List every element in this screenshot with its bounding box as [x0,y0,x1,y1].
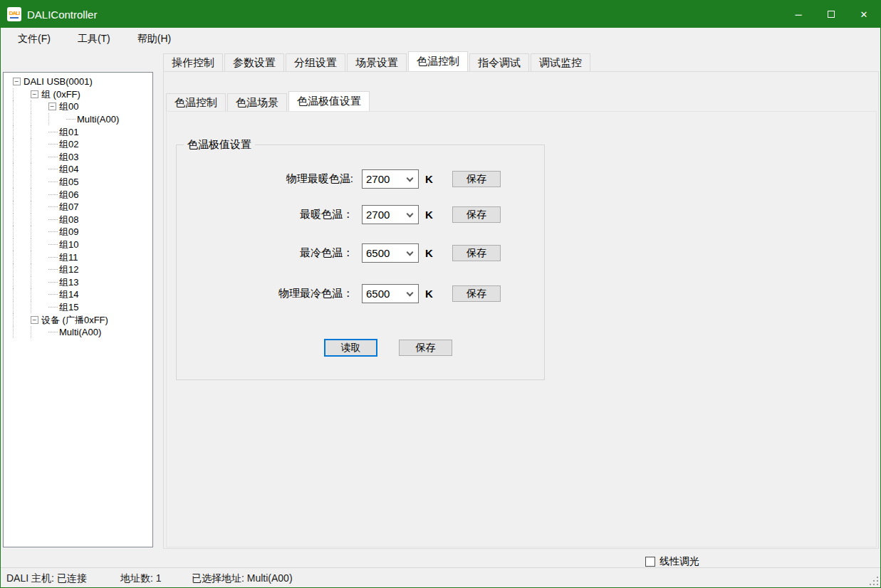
warmest-row: 最暖色温： 2700 K 保存 [177,205,544,224]
subtab-color-temp-scene[interactable]: 色温场景 [227,93,287,111]
tree-item-label: 组08 [59,214,78,226]
coolest-label: 最冷色温： [177,246,362,260]
tab-operation-control[interactable]: 操作控制 [163,53,223,71]
window-controls: ─ ✕ [782,1,880,28]
tree-item-group02[interactable]: 组02 [4,138,152,151]
physical-coolest-label: 物理最冷色温： [177,287,362,300]
tree-item-label: 组03 [59,151,78,163]
tree-item-dali-usb[interactable]: − DALI USB(0001) [4,75,152,88]
status-address-count: 地址数: 1 [120,572,162,585]
tree-item-label: 组00 [59,100,78,112]
unit-label: K [425,173,445,185]
tab-grouping-settings[interactable]: 分组设置 [286,53,345,71]
tree-item-group03[interactable]: 组03 [4,151,152,164]
save-physical-warmest-button[interactable]: 保存 [452,171,501,187]
subtab-color-temp-control[interactable]: 色温控制 [166,93,226,111]
combobox-value: 2700 [363,173,407,185]
maximize-button[interactable] [815,1,848,28]
tab-scene-settings[interactable]: 场景设置 [347,53,407,71]
unit-label: K [425,288,445,300]
tab-debug-monitor[interactable]: 调试监控 [531,53,590,71]
collapse-icon[interactable]: − [48,103,56,110]
tree-item-multi-a00[interactable]: Multi(A00) [4,113,152,126]
menu-tools[interactable]: 工具(T) [68,29,120,49]
app-window: DALI DALIController ─ ✕ 文件(F) 工具(T) 帮助(H… [0,0,881,588]
minimize-button[interactable]: ─ [782,1,815,28]
collapse-icon[interactable]: − [31,90,38,98]
tree-item-group09[interactable]: 组09 [4,226,152,238]
physical-warmest-row: 物理最暖色温: 2700 K 保存 [177,169,544,189]
tree-item-device-broadcast[interactable]: − 设备 (广播0xFF) [4,313,152,326]
chevron-down-icon[interactable] [407,210,414,217]
physical-coolest-row: 物理最冷色温： 6500 K 保存 [177,284,544,303]
save-coolest-button[interactable]: 保存 [452,245,501,261]
maximize-icon [828,11,835,18]
menu-help[interactable]: 帮助(H) [127,29,181,49]
tree-item-label: 组11 [59,251,78,263]
tree-item-group06[interactable]: 组06 [4,188,152,201]
close-button[interactable]: ✕ [848,1,880,28]
minimize-icon: ─ [795,9,801,20]
app-icon: DALI [7,7,21,21]
tree-item-group11[interactable]: 组11 [4,251,152,263]
close-icon: ✕ [860,9,868,20]
save-physical-coolest-button[interactable]: 保存 [452,285,501,302]
tree-item-group00[interactable]: − 组00 [4,100,152,113]
tree-item-group14[interactable]: 组14 [4,288,152,301]
menu-file[interactable]: 文件(F) [8,29,61,49]
tree-item-label: 设备 (广播0xFF) [41,314,108,326]
tree-item-label: 组01 [59,126,78,138]
tree-item-label: 组10 [59,238,78,251]
linear-dimming-checkbox[interactable] [645,557,655,567]
color-temp-limits-groupbox: 色温极值设置 物理最暖色温: 2700 K 保存 最暖色温： 2700 K 保存… [176,145,545,380]
physical-coolest-combobox[interactable]: 6500 [362,284,419,303]
tree-item-group07[interactable]: 组07 [4,201,152,214]
coolest-combobox[interactable]: 6500 [362,243,419,263]
tree-item-label: 组13 [59,276,78,288]
tree-item-group05[interactable]: 组05 [4,176,152,189]
tab-color-temp-control[interactable]: 色温控制 [408,51,468,71]
tree-item-label: 组06 [59,189,78,201]
main-tab-bar: 操作控制 参数设置 分组设置 场景设置 色温控制 指令调试 调试监控 [163,53,592,71]
warmest-combobox[interactable]: 2700 [362,205,419,224]
coolest-row: 最冷色温： 6500 K 保存 [177,243,544,263]
save-all-button[interactable]: 保存 [399,340,452,356]
tree-item-device-multi-a00[interactable]: Multi(A00) [4,326,152,339]
collapse-icon[interactable]: − [31,316,38,324]
linear-dimming-label: 线性调光 [660,555,699,568]
tree-item-group-root[interactable]: − 组 (0xFF) [4,88,152,101]
tab-command-debug[interactable]: 指令调试 [469,53,529,71]
tree-item-group13[interactable]: 组13 [4,276,152,289]
chevron-down-icon[interactable] [407,174,414,182]
tree-item-label: 组14 [59,288,78,300]
tree-item-label: 组02 [59,138,78,150]
linear-dimming-option: 线性调光 [645,555,699,568]
tree-item-group01[interactable]: 组01 [4,125,152,138]
tab-parameter-settings[interactable]: 参数设置 [224,53,284,71]
physical-warmest-combobox[interactable]: 2700 [362,169,419,189]
sub-tab-bar: 色温控制 色温场景 色温极值设置 [166,93,371,111]
window-title: DALIController [27,9,97,21]
tree-item-label: 组15 [59,301,78,313]
tree-item-label: Multi(A00) [77,113,119,125]
tree-item-group10[interactable]: 组10 [4,238,152,251]
combobox-value: 2700 [363,209,407,221]
tree-item-group04[interactable]: 组04 [4,163,152,176]
chevron-down-icon[interactable] [407,289,414,296]
app-icon-text: DALI [9,11,20,16]
resize-grip[interactable] [870,577,878,585]
tree-item-group12[interactable]: 组12 [4,263,152,276]
unit-label: K [425,209,445,221]
warmest-label: 最暖色温： [177,208,362,221]
title-bar: DALI DALIController ─ ✕ [1,1,880,28]
collapse-icon[interactable]: − [13,78,21,85]
save-warmest-button[interactable]: 保存 [452,206,501,223]
tree-item-label: 组05 [59,176,78,188]
tree-item-label: 组12 [59,263,78,275]
subtab-color-temp-limits[interactable]: 色温极值设置 [288,91,370,111]
read-button[interactable]: 读取 [324,339,377,357]
menu-bar: 文件(F) 工具(T) 帮助(H) [1,28,880,51]
tree-item-group08[interactable]: 组08 [4,214,152,226]
tree-item-group15[interactable]: 组15 [4,301,152,314]
chevron-down-icon[interactable] [407,248,414,256]
